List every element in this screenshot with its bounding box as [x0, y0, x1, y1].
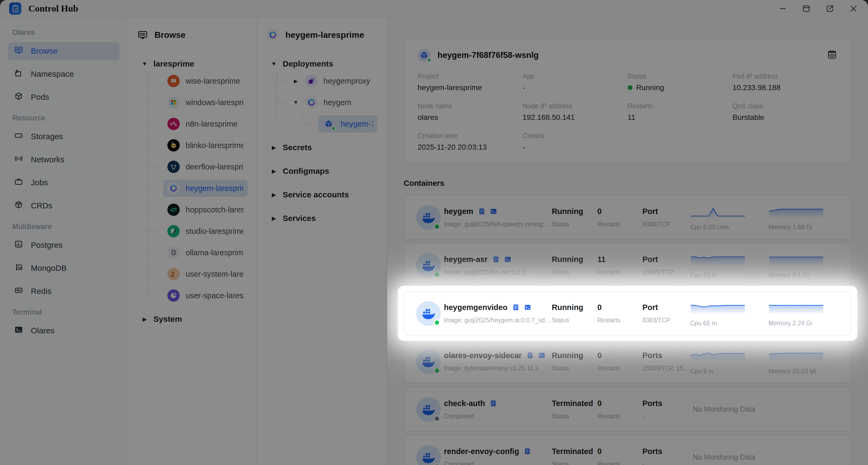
- chevron-right-icon: ▶: [141, 316, 148, 322]
- container-terminal-icon[interactable]: [490, 207, 498, 215]
- pod-field-value: olares: [417, 113, 523, 122]
- tree-node-configmaps[interactable]: ▶ Configmaps: [267, 162, 377, 180]
- status-dot: [628, 85, 632, 90]
- sidebar-section-label: Olares: [12, 28, 120, 37]
- maximize-icon[interactable]: [801, 3, 812, 14]
- tree-item-heygem[interactable]: ▼ heygem: [292, 94, 377, 111]
- pod-field: Creator -: [523, 132, 627, 152]
- container-actions: [512, 303, 532, 311]
- sidebar-item-browse[interactable]: Browse: [8, 42, 120, 60]
- tree-item-user-space-larespri-[interactable]: user-space-larespri…: [163, 287, 248, 304]
- tree-item-user-system-larespri-[interactable]: user-system-larespri…: [163, 266, 248, 283]
- container-log-icon[interactable]: [492, 255, 500, 264]
- container-status-label: Status: [552, 221, 597, 228]
- app-icon: [9, 2, 22, 15]
- userspace-app-icon: [167, 289, 180, 302]
- minimize-icon[interactable]: [777, 3, 788, 14]
- sidebar-item-pods[interactable]: Pods: [8, 88, 120, 106]
- cpu-sparkline-cell: Cpu 65 m: [690, 300, 769, 327]
- memory-sparkline: [769, 252, 839, 267]
- container-restarts: 0: [597, 447, 643, 456]
- app-tree-item-label: user-space-larespri…: [186, 291, 244, 300]
- container-image: Completed: [444, 461, 552, 465]
- container-image: Completed: [444, 413, 552, 420]
- sidebar-item-label: Postgres: [31, 241, 62, 250]
- sidebar-item-label: Storages: [31, 132, 63, 141]
- tree-item-wise-laresprime[interactable]: wise-laresprime: [163, 72, 248, 90]
- tree-item-hoppscotch-larespri-[interactable]: hoppscotch-larespri…: [163, 201, 248, 218]
- sidebar-item-olares[interactable]: Olares: [8, 322, 120, 340]
- tree-item-n8n-laresprime[interactable]: n8n-laresprime: [163, 115, 248, 132]
- pod-tree-item[interactable]: heygem-7f68f76f…: [318, 115, 377, 132]
- open-external-icon[interactable]: [825, 3, 835, 14]
- sidebar-item-namespace[interactable]: Namespace: [8, 65, 120, 83]
- deployment-tree-item-label: heygemproxy: [323, 77, 370, 86]
- memory-sparkline: [769, 204, 839, 219]
- container-terminal-icon[interactable]: [538, 351, 546, 359]
- redis-icon: [14, 286, 23, 297]
- tree-item-blinko-laresprime[interactable]: blinko-laresprime: [163, 137, 248, 154]
- deployments-children: ▶ heygemproxy ▼ heygem heygem-7f68f76f…: [276, 72, 377, 132]
- tree-node-secrets[interactable]: ▶ Secrets: [267, 139, 377, 156]
- memory-sparkline-cell: Memory 9.1 Gi: [769, 252, 839, 279]
- tree-node-system[interactable]: ▶ System: [137, 311, 248, 328]
- container-log-icon[interactable]: [523, 447, 531, 455]
- pod-field: Project heygem-laresprime: [417, 72, 523, 92]
- container-log-icon[interactable]: [526, 351, 534, 359]
- sidebar-item-crds[interactable]: CRDs: [8, 197, 120, 215]
- container-status: Terminated: [552, 399, 597, 408]
- browse-icon: [14, 45, 23, 57]
- sidebar-item-label: MongoDB: [31, 264, 66, 273]
- tree-item-heygemproxy[interactable]: ▶ heygemproxy: [292, 72, 377, 90]
- tree-node-services[interactable]: ▶ Services: [267, 210, 377, 227]
- app-window: Control Hub Olares Browse Namespace Pods…: [0, 0, 868, 465]
- inspect-yaml-icon[interactable]: [827, 49, 837, 61]
- cpu-usage-label: Cpu 65 m: [690, 320, 769, 327]
- chevron-right-icon: ▶: [270, 192, 277, 198]
- docker-icon: [416, 253, 441, 278]
- pod-field-value: 2025-11-20 20:03:13: [417, 143, 523, 152]
- sidebar-item-postgres[interactable]: Postgres: [8, 236, 120, 254]
- sidebar-item-mongodb[interactable]: MongoDB: [8, 259, 120, 277]
- sidebar-item-networks[interactable]: Networks: [8, 151, 120, 168]
- heygem-app-icon: [167, 182, 180, 194]
- container-actions: [526, 351, 546, 359]
- container-restarts-label: Restarts: [597, 413, 643, 420]
- sidebar-item-jobs[interactable]: Jobs: [8, 174, 120, 191]
- container-log-icon[interactable]: [478, 207, 486, 215]
- tree-item-windows-laresprime[interactable]: windows-laresprime: [163, 94, 248, 111]
- container-actions: [492, 255, 512, 264]
- tree-node-laresprime[interactable]: ▼ laresprime: [137, 55, 248, 72]
- container-row-heygem: heygem Image: guiji2025/fish-speech-zimi…: [404, 195, 851, 240]
- sidebar-item-label: Redis: [31, 287, 52, 296]
- container-log-icon[interactable]: [489, 399, 497, 407]
- container-port-label: Ports: [643, 351, 690, 360]
- tree-item-heygem-laresprime[interactable]: heygem-laresprime: [163, 180, 248, 197]
- ollama-app-icon: [167, 246, 180, 259]
- chevron-down-icon: ▼: [270, 61, 277, 67]
- jobs-icon: [14, 177, 23, 188]
- sidebar-item-redis[interactable]: Redis: [8, 282, 120, 300]
- container-state-dot: [434, 223, 440, 230]
- tree-node-deployments[interactable]: ▼ Deployments: [267, 55, 377, 72]
- app-tree-item-label: ollama-laresprime: [186, 248, 244, 257]
- tree-node-service-accounts[interactable]: ▶ Service accounts: [267, 186, 377, 203]
- pod-field-label: Project: [417, 72, 523, 80]
- container-state-dot: [434, 319, 440, 326]
- tree-item-studio-laresprime[interactable]: studio-laresprime: [163, 223, 248, 240]
- container-terminal-icon[interactable]: [524, 303, 532, 311]
- tree-item-deerflow-laresprime[interactable]: deerflow-laresprime: [163, 158, 248, 175]
- tree-item-ollama-laresprime[interactable]: ollama-laresprime: [163, 244, 248, 261]
- container-name: render-envoy-config: [444, 447, 519, 456]
- sidebar-item-storages[interactable]: Storages: [8, 128, 120, 145]
- container-log-icon[interactable]: [512, 303, 520, 311]
- cube-app-icon: [322, 118, 335, 130]
- container-row-check-auth: check-auth Completed Terminated Status 0…: [404, 387, 851, 432]
- crds-icon: [14, 200, 23, 211]
- pod-field-value: -: [523, 143, 627, 152]
- container-terminal-icon[interactable]: [504, 255, 512, 264]
- container-status-label: Status: [552, 365, 597, 372]
- sidebar-section: Olares Browse Namespace Pods: [8, 28, 120, 106]
- app-tree-item-label: wise-laresprime: [186, 77, 240, 86]
- close-icon[interactable]: [848, 3, 859, 14]
